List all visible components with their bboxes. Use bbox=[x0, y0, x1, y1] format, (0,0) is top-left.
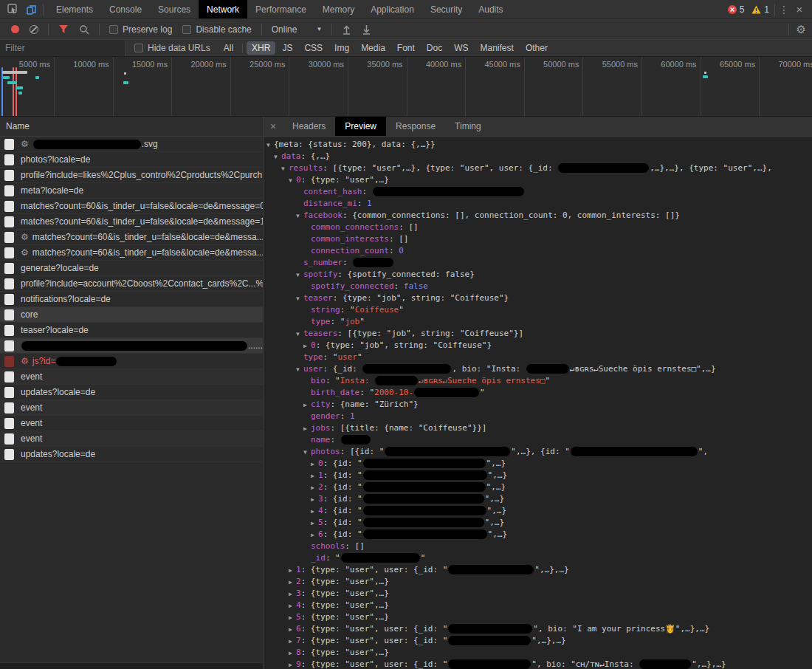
request-row[interactable]: meta?locale=de bbox=[0, 183, 263, 199]
record-button[interactable] bbox=[11, 25, 19, 33]
json-tree-line[interactable]: ▶9: {type: "user", user: {_id: "", bio: … bbox=[264, 659, 812, 669]
collapse-arrow-icon[interactable]: ▶ bbox=[303, 423, 311, 434]
tab-network[interactable]: Network bbox=[199, 0, 247, 18]
more-options-icon[interactable]: ⋮ bbox=[777, 4, 791, 16]
collapse-arrow-icon[interactable]: ▶ bbox=[311, 494, 318, 505]
request-row[interactable]: ⚙matches?count=60&is_tinder_u=false&loca… bbox=[0, 245, 263, 261]
json-tree-line[interactable]: _id: "" bbox=[264, 552, 812, 564]
json-tree-line[interactable]: ▼data: {,…} bbox=[264, 151, 812, 162]
tab-console[interactable]: Console bbox=[101, 0, 150, 18]
hide-data-urls-checkbox[interactable]: Hide data URLs bbox=[134, 43, 210, 53]
json-tree-line[interactable]: ▶0: {type: "job", string: "Coiffeuse"} bbox=[264, 340, 812, 351]
json-tree-line[interactable]: ▶3: {id: "",…} bbox=[264, 493, 812, 505]
json-tree-line[interactable]: ▶0: {id: "",…} bbox=[264, 458, 812, 470]
collapse-arrow-icon[interactable]: ▶ bbox=[289, 648, 296, 659]
collapse-arrow-icon[interactable]: ▶ bbox=[311, 482, 318, 493]
json-tree-line[interactable]: distance_mi: 1 bbox=[264, 198, 812, 210]
json-tree-line[interactable]: ▶1: {id: "",…} bbox=[264, 470, 812, 481]
tab-sources[interactable]: Sources bbox=[150, 0, 199, 18]
request-row[interactable]: photos?locale=de bbox=[0, 152, 263, 168]
json-tree-line[interactable]: s_number: bbox=[264, 257, 812, 269]
request-row[interactable]: updates?locale=de bbox=[0, 447, 263, 462]
request-row[interactable]: updates?locale=de bbox=[0, 385, 263, 400]
request-row[interactable]: event bbox=[0, 431, 263, 447]
clear-button[interactable] bbox=[30, 25, 38, 34]
json-tree-line[interactable]: ▼{meta: {status: 200}, data: {,…}} bbox=[264, 139, 812, 151]
network-overview-timeline[interactable]: 5000 ms10000 ms15000 ms20000 ms25000 ms3… bbox=[0, 57, 812, 117]
collapse-arrow-icon[interactable]: ▶ bbox=[311, 506, 318, 517]
expand-arrow-icon[interactable]: ▼ bbox=[296, 293, 303, 304]
json-tree-line[interactable]: ▶city: {name: "Zürich"} bbox=[264, 399, 812, 411]
request-row[interactable]: notifications?locale=de bbox=[0, 292, 263, 307]
json-tree-line[interactable]: bio: "Insta: ↵ʙɢʀꜱ↵Sueche öpis ernstes□" bbox=[264, 375, 812, 387]
json-tree-line[interactable]: ▼0: {type: "user",…} bbox=[264, 174, 812, 186]
expand-arrow-icon[interactable]: ▼ bbox=[296, 329, 303, 340]
collapse-arrow-icon[interactable]: ▶ bbox=[311, 529, 318, 541]
filter-input[interactable] bbox=[0, 40, 125, 56]
json-tree-line[interactable]: ▶2: {type: "user",…} bbox=[264, 576, 812, 588]
json-tree-line[interactable]: ▶4: {type: "user",…} bbox=[264, 600, 812, 611]
filter-pill-css[interactable]: CSS bbox=[299, 41, 328, 55]
json-tree-line[interactable]: connection_count: 0 bbox=[264, 245, 812, 257]
console-error-badge[interactable]: 5 bbox=[728, 4, 745, 15]
collapse-arrow-icon[interactable]: ▶ bbox=[289, 659, 296, 669]
search-button[interactable] bbox=[79, 24, 89, 35]
collapse-arrow-icon[interactable]: ▶ bbox=[289, 624, 296, 635]
collapse-arrow-icon[interactable]: ▶ bbox=[289, 589, 296, 600]
json-tree-line[interactable]: type: "job" bbox=[264, 316, 812, 328]
collapse-arrow-icon[interactable]: ▶ bbox=[303, 399, 311, 411]
tab-elements[interactable]: Elements bbox=[48, 0, 101, 18]
filter-pill-img[interactable]: Img bbox=[329, 41, 354, 55]
horizontal-scrollbar[interactable] bbox=[0, 662, 263, 669]
filter-pill-other[interactable]: Other bbox=[520, 41, 553, 55]
filter-pill-xhr[interactable]: XHR bbox=[247, 41, 275, 55]
json-tree-line[interactable]: schools: [] bbox=[264, 541, 812, 552]
detail-tab-response[interactable]: Response bbox=[386, 117, 445, 136]
json-tree-line[interactable]: ▼results: [{type: "user",…}, {type: "use… bbox=[264, 162, 812, 174]
request-row[interactable]: teaser?locale=de bbox=[0, 323, 263, 338]
filter-pill-media[interactable]: Media bbox=[356, 41, 390, 55]
request-row[interactable]: matches?count=60&is_tinder_u=false&local… bbox=[0, 199, 263, 214]
collapse-arrow-icon[interactable]: ▶ bbox=[289, 600, 296, 611]
close-devtools-icon[interactable]: × bbox=[791, 3, 808, 16]
request-row[interactable]: core bbox=[0, 307, 263, 323]
json-tree-line[interactable]: ▶5: {type: "user",…} bbox=[264, 611, 812, 623]
request-row[interactable]: ⚙js?id= bbox=[0, 354, 263, 369]
detail-tab-headers[interactable]: Headers bbox=[283, 117, 335, 136]
device-toolbar-icon[interactable] bbox=[22, 1, 41, 18]
filter-pill-font[interactable]: Font bbox=[392, 41, 420, 55]
request-row[interactable]: generate?locale=de bbox=[0, 261, 263, 276]
json-tree-line[interactable]: ▶2: {id: "",…} bbox=[264, 481, 812, 493]
json-tree-line[interactable]: ▶7: {type: "user", user: {_id: "",…},…} bbox=[264, 635, 812, 647]
expand-arrow-icon[interactable]: ▼ bbox=[296, 270, 303, 281]
tab-memory[interactable]: Memory bbox=[314, 0, 362, 18]
json-tree-line[interactable]: name: bbox=[264, 434, 812, 446]
json-tree-line[interactable]: content_hash: bbox=[264, 186, 812, 198]
request-row[interactable]: ...... bbox=[0, 338, 263, 354]
request-row[interactable]: ⚙matches?count=60&is_tinder_u=false&loca… bbox=[0, 230, 263, 245]
expand-arrow-icon[interactable]: ▼ bbox=[281, 163, 289, 174]
requests-header[interactable]: Name bbox=[0, 117, 263, 137]
collapse-arrow-icon[interactable]: ▶ bbox=[289, 577, 296, 588]
expand-arrow-icon[interactable]: ▼ bbox=[266, 140, 274, 151]
collapse-arrow-icon[interactable]: ▶ bbox=[311, 470, 318, 481]
filter-pill-js[interactable]: JS bbox=[277, 41, 297, 55]
json-tree-line[interactable]: ▶5: {id: "",…} bbox=[264, 517, 812, 529]
json-tree-line[interactable]: birth_date: "2000-10-" bbox=[264, 387, 812, 399]
close-detail-icon[interactable]: × bbox=[264, 117, 283, 136]
filter-pill-ws[interactable]: WS bbox=[449, 41, 473, 55]
json-tree-line[interactable]: ▼facebook: {common_connections: [], conn… bbox=[264, 210, 812, 222]
request-row[interactable]: event bbox=[0, 416, 263, 431]
json-tree-line[interactable]: spotify_connected: false bbox=[264, 281, 812, 292]
tab-application[interactable]: Application bbox=[362, 0, 422, 18]
filter-pill-manifest[interactable]: Manifest bbox=[475, 41, 519, 55]
request-row[interactable]: profile?include=likes%2Cplus_control%2Cp… bbox=[0, 168, 263, 183]
request-row[interactable]: profile?include=account%2Cboost%2Ccontac… bbox=[0, 276, 263, 292]
filter-pill-all[interactable]: All bbox=[219, 41, 238, 55]
json-tree-line[interactable]: ▶6: {id: "",…} bbox=[264, 529, 812, 541]
collapse-arrow-icon[interactable]: ▶ bbox=[311, 459, 318, 470]
tab-performance[interactable]: Performance bbox=[247, 0, 314, 18]
export-har-button[interactable] bbox=[362, 24, 371, 35]
json-tree-line[interactable]: ▼user: {_id: , bio: "Insta: ↵ʙɢʀꜱ↵Sueche… bbox=[264, 363, 812, 375]
import-har-button[interactable] bbox=[342, 24, 351, 35]
